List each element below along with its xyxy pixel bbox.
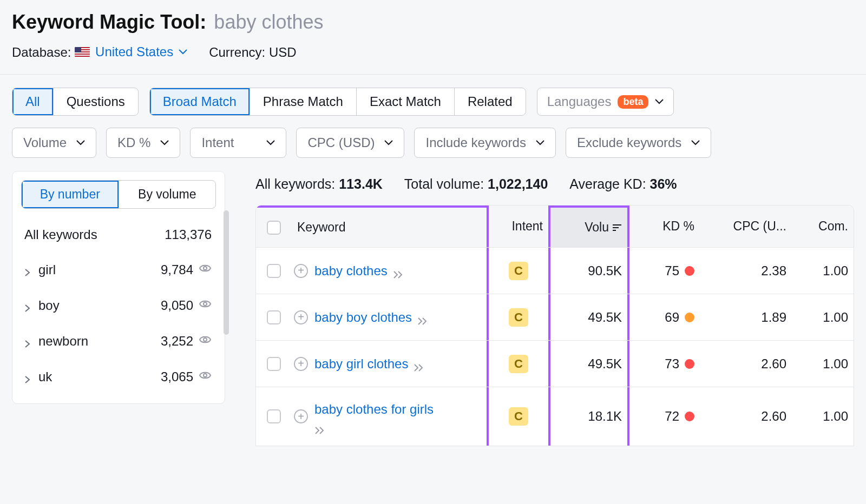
col-header-com[interactable]: Com. (792, 205, 854, 247)
page-title: Keyword Magic Tool: (12, 11, 206, 34)
eye-icon[interactable] (199, 369, 212, 385)
sidebar-group-count: 9,050 (161, 298, 193, 313)
keyword-link[interactable]: baby girl clothes (314, 356, 424, 372)
cell-com: 1.00 (792, 341, 854, 387)
database-label: Database: (12, 45, 71, 59)
svg-point-1 (204, 302, 207, 306)
kd-difficulty-dot (685, 313, 694, 322)
summary-bar: All keywords: 113.4K Total volume: 1,022… (255, 171, 854, 205)
cell-volume: 18.1K (548, 387, 629, 446)
sidebar-group-row[interactable]: girl 9,784 (21, 252, 216, 288)
database-selector[interactable]: United States (75, 44, 187, 59)
intent-badge: C (509, 262, 528, 280)
tab-exact-match[interactable]: Exact Match (356, 88, 454, 115)
add-keyword-button[interactable]: + (294, 310, 308, 324)
tab-questions[interactable]: Questions (53, 88, 138, 115)
keyword-text: baby clothes (314, 263, 388, 278)
sidebar-group-row[interactable]: uk 3,065 (21, 359, 216, 395)
cell-cpc: 1.89 (700, 294, 792, 340)
double-chevron-right-icon (314, 422, 325, 431)
cell-cpc: 2.60 (700, 341, 792, 387)
keyword-link[interactable]: baby boy clothes (314, 310, 428, 325)
svg-point-3 (204, 374, 207, 377)
chevron-right-icon (24, 300, 32, 311)
beta-badge: beta (618, 95, 648, 109)
double-chevron-right-icon (414, 360, 424, 368)
summary-avg-kd-label: Average KD: (569, 176, 646, 191)
add-keyword-button[interactable]: + (294, 357, 308, 371)
sort-by-volume[interactable]: By volume (119, 181, 216, 208)
col-header-cpc[interactable]: CPC (U... (700, 205, 792, 247)
sidebar-group-name: uk (38, 369, 52, 384)
filter-exclude-label: Exclude keywords (577, 135, 681, 150)
tab-group-type: All Questions (12, 88, 139, 116)
svg-point-0 (204, 267, 207, 270)
cell-com: 1.00 (792, 248, 854, 294)
svg-point-2 (204, 338, 207, 341)
filter-intent[interactable]: Intent (190, 128, 286, 158)
col-header-keyword[interactable]: Keyword (297, 220, 345, 235)
keyword-text: baby boy clothes (314, 310, 412, 325)
summary-all-keywords-label: All keywords: (255, 176, 335, 191)
sidebar-group-row[interactable]: newborn 3,252 (21, 323, 216, 359)
summary-all-keywords-value: 113.4K (339, 176, 383, 191)
chevron-right-icon (24, 372, 32, 382)
tab-all[interactable]: All (12, 88, 53, 115)
keyword-link[interactable]: baby clothes for girls (314, 402, 450, 431)
row-checkbox[interactable] (267, 409, 281, 423)
intent-badge: C (509, 355, 528, 373)
row-checkbox[interactable] (267, 310, 281, 324)
filter-include-keywords[interactable]: Include keywords (414, 128, 555, 158)
tab-phrase-match[interactable]: Phrase Match (250, 88, 356, 115)
summary-total-volume-value: 1,022,140 (488, 176, 548, 191)
sidebar-group-name: newborn (38, 334, 88, 349)
table-row: + baby clothes C 90.5K 75 2.38 1.00 (256, 248, 854, 294)
tab-broad-match[interactable]: Broad Match (150, 88, 250, 115)
tab-related[interactable]: Related (454, 88, 526, 115)
filter-exclude-keywords[interactable]: Exclude keywords (566, 128, 711, 158)
database-region-name: United States (95, 44, 173, 59)
chevron-right-icon (24, 264, 32, 275)
chevron-right-icon (24, 336, 32, 347)
keyword-text: baby girl clothes (314, 356, 408, 372)
keyword-link[interactable]: baby clothes (314, 263, 404, 278)
row-checkbox[interactable] (267, 357, 281, 371)
sidebar-group-name: girl (38, 262, 56, 277)
cell-kd-value: 72 (665, 409, 679, 424)
double-chevron-right-icon (417, 313, 428, 322)
chevron-down-icon (160, 140, 169, 145)
scrollbar-thumb[interactable] (224, 210, 229, 335)
col-header-volume[interactable]: Volu (548, 205, 629, 247)
cell-com: 1.00 (792, 387, 854, 446)
filter-intent-label: Intent (201, 135, 234, 150)
sort-by-number[interactable]: By number (22, 181, 119, 208)
table-row: + baby boy clothes C 49.5K 69 1.89 1.00 (256, 294, 854, 341)
keywords-table: Keyword Intent Volu KD % CPC (U... Com. (255, 205, 854, 446)
flag-icon (75, 47, 90, 57)
eye-icon[interactable] (199, 297, 212, 314)
col-header-volume-label: Volu (585, 220, 609, 235)
chevron-down-icon (655, 99, 664, 104)
summary-avg-kd-value: 36% (650, 176, 677, 191)
eye-icon[interactable] (199, 262, 212, 278)
filter-volume[interactable]: Volume (12, 128, 96, 158)
keyword-groups-sidebar: By number By volume All keywords 113,376… (12, 171, 225, 404)
sidebar-group-row[interactable]: boy 9,050 (21, 288, 216, 323)
add-keyword-button[interactable]: + (294, 409, 308, 423)
sidebar-group-name: boy (38, 298, 60, 313)
filter-cpc-label: CPC (USD) (307, 135, 375, 150)
sidebar-group-count: 3,065 (161, 369, 193, 384)
row-checkbox[interactable] (267, 264, 281, 278)
select-all-checkbox[interactable] (267, 221, 281, 235)
eye-icon[interactable] (199, 333, 212, 349)
filter-kd[interactable]: KD % (106, 128, 180, 158)
languages-label: Languages (547, 94, 612, 109)
add-keyword-button[interactable]: + (294, 264, 308, 278)
col-header-intent[interactable]: Intent (489, 205, 548, 247)
sidebar-all-keywords-row[interactable]: All keywords 113,376 (21, 217, 216, 252)
filter-volume-label: Volume (23, 135, 67, 150)
cell-com: 1.00 (792, 294, 854, 340)
filter-cpc[interactable]: CPC (USD) (296, 128, 404, 158)
languages-dropdown[interactable]: Languages beta (537, 88, 674, 116)
col-header-kd[interactable]: KD % (629, 205, 700, 247)
